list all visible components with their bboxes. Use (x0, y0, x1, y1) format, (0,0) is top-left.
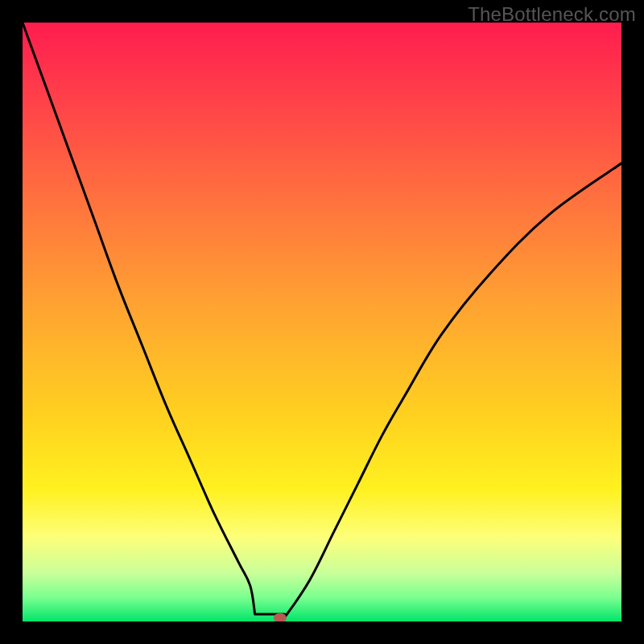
bottleneck-curve (23, 23, 621, 618)
curve-layer (23, 23, 621, 621)
plot-area (23, 23, 621, 621)
chart-frame: TheBottleneck.com (0, 0, 644, 644)
